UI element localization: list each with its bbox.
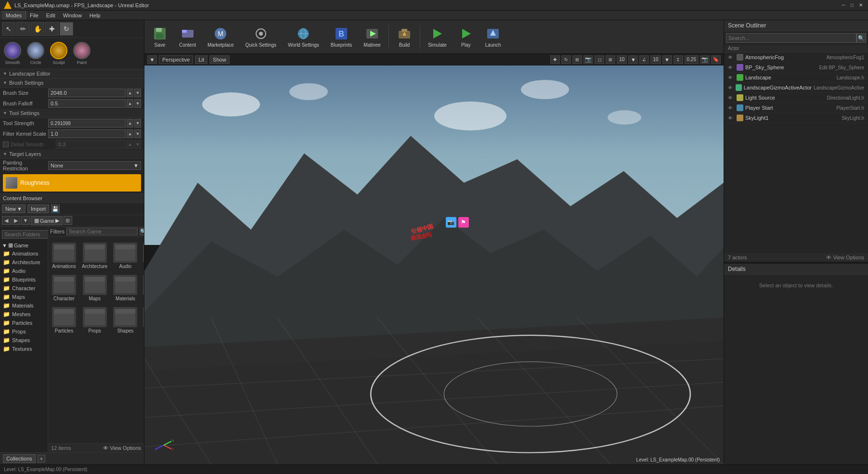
hand-tool[interactable]: ✋ <box>31 22 44 36</box>
roughness-layer[interactable]: Roughness <box>3 174 141 192</box>
actor-visibility-toggle-2[interactable]: 👁 <box>728 64 735 71</box>
vp-scale-icon[interactable]: ⊞ <box>572 55 582 64</box>
materials-card[interactable]: Materials <box>111 273 139 303</box>
sculpt-tool-btn[interactable]: Sculpt <box>48 40 69 67</box>
brush-size-down[interactable]: ▼ <box>134 89 141 97</box>
vp-camera-speed[interactable]: 📷 <box>700 55 710 64</box>
view-options-button[interactable]: 👁 View Options <box>103 445 141 451</box>
blueprints-toolbar-button[interactable]: B Blueprints <box>327 24 356 50</box>
brush-falloff-input[interactable]: 0.5 <box>48 99 126 108</box>
filter-kernel-up[interactable]: ▲ <box>127 129 133 138</box>
paint-tool[interactable]: ✏ <box>16 22 30 36</box>
scale-snap-value[interactable]: 0.25 <box>685 55 699 64</box>
content-toolbar-button[interactable]: Content <box>175 24 200 50</box>
game-folder-root[interactable]: ▼ ▦ Game <box>0 241 48 249</box>
vp-grid-snap-button[interactable]: ⊞ <box>606 55 615 64</box>
content-search-input[interactable] <box>66 228 138 235</box>
close-button[interactable]: ✕ <box>857 2 864 9</box>
blueprints-card[interactable]: Blueprints <box>141 241 144 271</box>
audio-card[interactable]: Audio <box>111 241 139 271</box>
brush-size-input[interactable]: 2048.0 <box>48 89 126 97</box>
matinee-toolbar-button[interactable]: Matinee <box>360 24 385 50</box>
detail-smooth-checkbox[interactable] <box>3 141 9 147</box>
edit-menu[interactable]: Edit <box>42 11 59 20</box>
select-tool[interactable]: ↖ <box>2 22 15 36</box>
smooth-tool-btn[interactable]: Smooth <box>2 40 23 67</box>
viewport-3d[interactable]: 📷 ⚑ 引领中国 跟我走吗 X Y Z <box>144 65 724 464</box>
save-toolbar-button[interactable]: Save <box>148 24 171 50</box>
tool-strength-down[interactable]: ▼ <box>134 119 141 128</box>
scene-search-button[interactable]: 🔍 <box>856 33 866 43</box>
painting-restriction-dropdown[interactable]: None ▼ <box>48 161 141 170</box>
modes-menu[interactable]: Modes <box>2 11 26 20</box>
actor-atmospheric-fog[interactable]: 👁 AtmosphericFog AtmosphericFog1 <box>724 52 868 63</box>
materials-folder[interactable]: 📁 Materials <box>0 301 48 310</box>
vp-rotate-icon[interactable]: ↻ <box>561 55 571 64</box>
scene-search-input[interactable] <box>726 33 856 43</box>
lit-button[interactable]: Lit <box>195 55 207 64</box>
circle-tool-btn[interactable]: Circle <box>25 40 46 67</box>
marketplace-toolbar-button[interactable]: M Marketplace <box>204 24 237 50</box>
character-folder[interactable]: 📁 Character <box>0 284 48 293</box>
content-search-button[interactable]: 🔍 <box>140 228 144 235</box>
animations-card[interactable]: Animations <box>50 241 78 271</box>
actor-visibility-toggle-4[interactable]: 👁 <box>728 84 734 91</box>
filter-kernel-input[interactable]: 1.0 <box>48 129 126 138</box>
help-menu[interactable]: Help <box>86 11 104 20</box>
build-toolbar-button[interactable]: Build <box>393 24 416 50</box>
animations-folder[interactable]: 📁 Animations <box>0 249 48 258</box>
detail-smooth-input[interactable]: 0.3 <box>56 140 126 149</box>
actor-landscape[interactable]: 👁 Landscape Landscape.h <box>724 73 868 83</box>
meshes-folder[interactable]: 📁 Meshes <box>0 310 48 319</box>
window-menu[interactable]: Window <box>59 11 86 20</box>
particles-card[interactable]: Particles <box>50 305 78 335</box>
folder-search-input[interactable] <box>2 230 48 239</box>
brush-size-up[interactable]: ▲ <box>127 89 133 97</box>
vp-surface-icon[interactable]: ◻ <box>595 55 604 64</box>
actor-player-start[interactable]: 👁 Player Start PlayerStart.h <box>724 103 868 113</box>
actor-visibility-toggle-5[interactable]: 👁 <box>728 94 735 101</box>
viewport-options-button[interactable]: ▼ <box>147 55 157 64</box>
simulate-toolbar-button[interactable]: Simulate <box>424 24 451 50</box>
brush-falloff-up[interactable]: ▲ <box>127 99 133 108</box>
filter-kernel-down[interactable]: ▼ <box>134 129 141 138</box>
vp-camera-icon[interactable]: 📷 <box>583 55 593 64</box>
vp-scale-snap-button[interactable]: Σ <box>674 55 683 64</box>
collections-add-button[interactable]: + <box>38 455 45 462</box>
actor-visibility-toggle-7[interactable]: 👁 <box>728 115 735 121</box>
play-toolbar-button[interactable]: Play <box>454 24 478 50</box>
actor-bp-sky-sphere[interactable]: 👁 BP_Sky_Sphere Edit BP_Sky_Sphere <box>724 63 868 73</box>
props-card[interactable]: Props <box>80 305 109 335</box>
vp-grid-size-dropdown[interactable]: ▼ <box>628 55 638 64</box>
maximize-button[interactable]: □ <box>849 2 855 9</box>
blueprints-folder[interactable]: 📁 Blueprints <box>0 275 48 284</box>
particles-folder[interactable]: 📁 Particles <box>0 319 48 327</box>
game-path[interactable]: ▦ Game ▶ <box>31 216 63 225</box>
detail-smooth-up[interactable]: ▲ <box>127 140 133 149</box>
audio-folder[interactable]: 📁 Audio <box>0 267 48 275</box>
vp-angle-dropdown[interactable]: ▼ <box>662 55 672 64</box>
vp-translate-icon[interactable]: ✚ <box>550 55 560 64</box>
shapes-card[interactable]: Shapes <box>111 305 139 335</box>
new-button[interactable]: New ▼ <box>2 205 26 213</box>
textures-folder[interactable]: 📁 Textures <box>0 345 48 353</box>
shapes-folder[interactable]: 📁 Shapes <box>0 336 48 345</box>
meshes-card[interactable]: Meshes <box>141 273 144 303</box>
import-button[interactable]: Import <box>27 205 49 213</box>
launch-toolbar-button[interactable]: Launch <box>481 24 505 50</box>
actor-visibility-toggle-3[interactable]: 👁 <box>728 74 735 81</box>
vp-bookmark[interactable]: 🔖 <box>711 55 721 64</box>
actor-visibility-toggle-6[interactable]: 👁 <box>728 104 735 111</box>
quick-settings-toolbar-button[interactable]: Quick Settings <box>242 24 280 50</box>
rotate-tool[interactable]: ↻ <box>60 22 73 36</box>
paint-tool-btn-landscape[interactable]: Paint <box>71 40 92 67</box>
detail-smooth-down[interactable]: ▼ <box>134 140 141 149</box>
save-all-button[interactable]: 💾 <box>51 205 60 213</box>
maps-card[interactable]: Maps <box>80 273 109 303</box>
collections-button[interactable]: Collections <box>3 454 36 463</box>
tool-strength-up[interactable]: ▲ <box>127 119 133 128</box>
props-folder[interactable]: 📁 Props <box>0 327 48 336</box>
forward-button[interactable]: ▶ <box>12 216 20 225</box>
view-options-right[interactable]: 👁 View Options <box>826 255 864 260</box>
actor-skylight[interactable]: 👁 SkyLight1 SkyLight.h <box>724 113 868 123</box>
